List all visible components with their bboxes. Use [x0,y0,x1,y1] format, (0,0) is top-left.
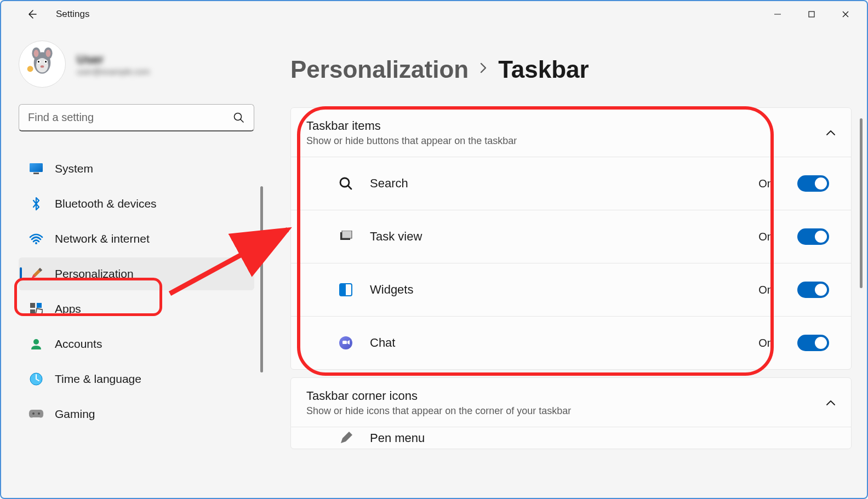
svg-rect-16 [30,163,43,172]
svg-point-26 [32,412,35,415]
taskbar-corner-header[interactable]: Taskbar corner icons Show or hide icons … [291,378,851,427]
chat-toggle[interactable] [797,335,829,351]
item-label: Chat [370,336,743,350]
sidebar: User user@example.com System [1,27,264,498]
close-icon [842,10,849,18]
chevron-right-icon [478,61,488,78]
avatar-cartoon-icon [23,45,61,83]
svg-point-27 [38,412,40,415]
app-title: Settings [56,9,89,20]
bluetooth-icon [28,196,44,211]
toggle-state: On [758,231,773,243]
breadcrumb: Personalization Taskbar [290,56,852,83]
taskbar-items-panel: Taskbar items Show or hide buttons that … [290,107,852,370]
svg-rect-34 [342,341,347,344]
clock-globe-icon [28,371,44,387]
panel-subtitle: Show or hide icons that appear on the co… [306,405,826,417]
sidebar-item-label: Apps [55,302,81,316]
toggle-state: On [758,337,773,349]
item-label: Search [370,176,743,191]
taskbar-item-taskview: Task view On [291,210,851,263]
toggle-state: On [758,177,773,190]
svg-rect-30 [342,231,352,238]
svg-rect-19 [30,303,35,308]
sidebar-scrollbar[interactable] [260,186,263,372]
display-icon [28,161,44,176]
close-button[interactable] [829,2,863,27]
item-label: Pen menu [370,431,829,445]
avatar [19,41,66,88]
maximize-icon [808,10,815,18]
taskview-icon [337,228,355,245]
svg-rect-22 [36,308,43,316]
sidebar-item-personalization[interactable]: Personalization [19,257,254,290]
search-box[interactable] [19,104,254,131]
taskbar-item-search: Search On [291,157,851,210]
taskview-toggle[interactable] [797,228,829,245]
breadcrumb-parent[interactable]: Personalization [290,56,469,83]
panel-title: Taskbar corner icons [306,389,826,403]
svg-point-5 [34,50,39,57]
svg-point-18 [35,242,37,244]
svg-rect-20 [37,303,42,308]
toggle-state: On [758,284,773,296]
chat-icon [337,334,355,352]
gamepad-icon [28,406,44,422]
sidebar-item-apps[interactable]: Apps [19,292,254,325]
svg-rect-21 [30,309,35,314]
svg-rect-17 [33,173,39,174]
sidebar-item-accounts[interactable]: Accounts [19,328,254,360]
sidebar-item-label: Network & internet [55,232,150,245]
title-bar: Settings [1,1,867,27]
sidebar-item-time-language[interactable]: Time & language [19,363,254,395]
svg-point-11 [45,61,47,62]
back-button[interactable] [21,3,43,25]
svg-point-6 [46,50,51,57]
sidebar-item-label: Personalization [55,267,134,280]
panel-subtitle: Show or hide buttons that appear on the … [306,135,826,147]
main-pane: Personalization Taskbar Taskbar items Sh… [264,27,867,498]
search-input[interactable] [28,111,233,124]
nav-list: System Bluetooth & devices Network & int… [19,152,254,431]
sidebar-item-label: Gaming [55,408,95,421]
corner-item-penmenu: Pen menu [291,427,851,449]
sidebar-item-system[interactable]: System [19,152,254,185]
person-icon [28,336,44,352]
main-scrollbar[interactable] [860,118,863,288]
sidebar-item-bluetooth-devices[interactable]: Bluetooth & devices [19,187,254,220]
svg-point-12 [41,65,44,67]
svg-point-23 [33,339,39,345]
search-icon [233,112,245,124]
search-toggle[interactable] [797,175,829,192]
taskbar-items-header[interactable]: Taskbar items Show or hide buttons that … [291,108,851,157]
wifi-icon [28,231,44,246]
maximize-button[interactable] [795,2,829,27]
taskbar-item-widgets: Widgets On [291,263,851,316]
taskbar-corner-panel: Taskbar corner icons Show or hide icons … [290,377,852,449]
search-icon [337,175,355,192]
minimize-button[interactable] [761,2,795,27]
taskbar-item-chat: Chat On [291,316,851,369]
svg-point-10 [38,61,39,62]
widgets-toggle[interactable] [797,282,829,298]
panel-title: Taskbar items [306,119,826,133]
minimize-icon [774,10,781,18]
profile-email: user@example.com [77,67,150,76]
chevron-up-icon [826,398,836,408]
profile-block[interactable]: User user@example.com [19,41,264,88]
breadcrumb-current: Taskbar [498,56,589,83]
widgets-icon [337,281,355,299]
svg-rect-0 [809,12,814,17]
sidebar-item-gaming[interactable]: Gaming [19,398,254,431]
arrow-left-icon [26,9,37,20]
paintbrush-icon [28,266,44,282]
svg-rect-32 [340,284,346,296]
sidebar-item-network-internet[interactable]: Network & internet [19,222,254,255]
profile-name: User [77,53,150,67]
svg-point-13 [27,66,33,72]
item-label: Task view [370,230,743,244]
sidebar-item-label: System [55,162,93,175]
pen-icon [337,429,355,447]
apps-icon [28,301,44,317]
sidebar-item-label: Accounts [55,337,102,351]
